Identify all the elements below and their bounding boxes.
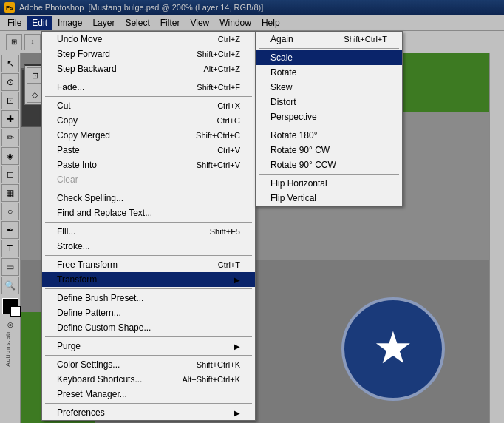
tool-gradient[interactable]: ▦: [1, 184, 19, 202]
tool-zoom[interactable]: 🔍: [1, 277, 19, 294]
menu-cut[interactable]: Cut Ctrl+X: [42, 98, 255, 113]
menu-bar: File Edit Image Layer Select Filter View…: [0, 15, 504, 31]
menu-free-transform[interactable]: Free Transform Ctrl+T: [42, 257, 255, 272]
transform-scale[interactable]: Scale: [256, 50, 402, 65]
transform-skew[interactable]: Skew: [256, 80, 402, 95]
menu-define-custom-shape[interactable]: Define Custom Shape...: [42, 320, 255, 335]
doc-title: [Mustang bulge.psd @ 200% (Layer 14, RGB…: [88, 3, 263, 12]
transform-rotate-180[interactable]: Rotate 180°: [256, 128, 402, 143]
tool-pen[interactable]: ✒: [1, 221, 19, 239]
menu-paste[interactable]: Paste Ctrl+V: [42, 143, 255, 158]
tool-type[interactable]: T: [1, 240, 19, 257]
transform-distort[interactable]: Distort: [256, 95, 402, 109]
transform-sep1: [259, 48, 399, 49]
menu-copy-merged[interactable]: Copy Merged Shift+Ctrl+C: [42, 128, 255, 143]
menu-stroke[interactable]: Stroke...: [42, 239, 255, 254]
sep6: [45, 288, 252, 289]
star-emblem: ★: [341, 297, 445, 401]
tool-stamp[interactable]: ◈: [1, 147, 19, 165]
transform-again[interactable]: Again Shift+Ctrl+T: [256, 32, 402, 47]
menu-define-pattern[interactable]: Define Pattern...: [42, 305, 255, 320]
transform-flip-v[interactable]: Flip Vertical: [256, 191, 402, 206]
menu-preferences[interactable]: Preferences ▶: [42, 405, 255, 420]
menu-check-spelling[interactable]: Check Spelling...: [42, 191, 255, 206]
toolbox-btn-lasso[interactable]: ◇: [27, 87, 43, 103]
menu-color-settings[interactable]: Color Settings... Shift+Ctrl+K: [42, 357, 255, 372]
transform-submenu: Again Shift+Ctrl+T Scale Rotate Skew Dis…: [255, 31, 403, 206]
transform-sep3: [259, 174, 399, 175]
tool-select[interactable]: ↖: [1, 55, 19, 72]
menu-image[interactable]: Image: [53, 16, 86, 30]
tool-eraser[interactable]: ◻: [1, 166, 19, 183]
sep4: [45, 222, 252, 223]
tool-actions-label: Actions.atr: [4, 331, 16, 367]
menu-fill[interactable]: Fill... Shift+F5: [42, 224, 255, 239]
menu-clear[interactable]: Clear: [42, 172, 255, 187]
toolbar-btn-1[interactable]: ⊞: [6, 34, 22, 50]
sep3: [45, 189, 252, 189]
menu-edit[interactable]: Edit: [27, 16, 52, 30]
tool-brush[interactable]: ✏: [1, 129, 19, 146]
menu-step-forward[interactable]: Step Forward Shift+Ctrl+Z: [42, 47, 255, 61]
tool-lasso[interactable]: ⊙: [1, 73, 19, 91]
transform-sep2: [259, 126, 399, 126]
transform-rotate[interactable]: Rotate: [256, 65, 402, 80]
menu-paste-into[interactable]: Paste Into Shift+Ctrl+V: [42, 158, 255, 172]
foreground-color[interactable]: [2, 298, 18, 314]
title-bar: Ps Adobe Photoshop [Mustang bulge.psd @ …: [0, 0, 504, 15]
left-tool-panel: ↖ ⊙ ⊡ ✚ ✏ ◈ ◻ ▦ ○ ✒ T ▭ 🔍 ◎ Actions.atr: [0, 53, 21, 423]
menu-layer[interactable]: Layer: [88, 16, 119, 30]
menu-step-backward[interactable]: Step Backward Alt+Ctrl+Z: [42, 61, 255, 76]
toolbar-btn-2[interactable]: ↕: [24, 34, 41, 50]
tool-heal[interactable]: ✚: [1, 110, 19, 128]
app-icon: Ps: [4, 2, 15, 13]
menu-file[interactable]: File: [3, 16, 26, 30]
transform-flip-h[interactable]: Flip Horizontal: [256, 176, 402, 191]
menu-select[interactable]: Select: [120, 16, 154, 30]
sep2: [45, 96, 252, 97]
menu-undo-move[interactable]: Undo Move Ctrl+Z: [42, 32, 255, 47]
menu-copy[interactable]: Copy Ctrl+C: [42, 113, 255, 128]
app-name: Adobe Photoshop: [19, 3, 84, 12]
menu-filter[interactable]: Filter: [156, 16, 185, 30]
menu-help[interactable]: Help: [257, 16, 285, 30]
transform-rotate-90cw[interactable]: Rotate 90° CW: [256, 143, 402, 158]
edit-menu-dropdown: Undo Move Ctrl+Z Step Forward Shift+Ctrl…: [41, 31, 256, 421]
sep5: [45, 255, 252, 256]
menu-find-replace[interactable]: Find and Replace Text...: [42, 206, 255, 220]
menu-purge[interactable]: Purge ▶: [42, 339, 255, 353]
sep7: [45, 336, 252, 337]
menu-preset-manager[interactable]: Preset Manager...: [42, 387, 255, 402]
menu-define-brush[interactable]: Define Brush Preset...: [42, 291, 255, 305]
menu-view[interactable]: View: [185, 16, 214, 30]
menu-window[interactable]: Window: [215, 16, 256, 30]
menu-fade[interactable]: Fade... Shift+Ctrl+F: [42, 80, 255, 95]
transform-rotate-90ccw[interactable]: Rotate 90° CCW: [256, 158, 402, 172]
tool-shape[interactable]: ▭: [1, 258, 19, 276]
sep1: [45, 78, 252, 78]
tool-crop[interactable]: ⊡: [1, 92, 19, 109]
sep8: [45, 355, 252, 356]
tool-dodge[interactable]: ○: [1, 203, 19, 220]
transform-perspective[interactable]: Perspective: [256, 109, 402, 124]
menu-transform[interactable]: Transform ▶: [42, 272, 255, 287]
menu-keyboard-shortcuts[interactable]: Keyboard Shortcuts... Alt+Shift+Ctrl+K: [42, 372, 255, 387]
tool-mode[interactable]: ◎: [7, 321, 13, 328]
toolbox-btn-select[interactable]: ⊡: [27, 67, 43, 84]
sep9: [45, 403, 252, 404]
right-panel: [489, 53, 504, 423]
